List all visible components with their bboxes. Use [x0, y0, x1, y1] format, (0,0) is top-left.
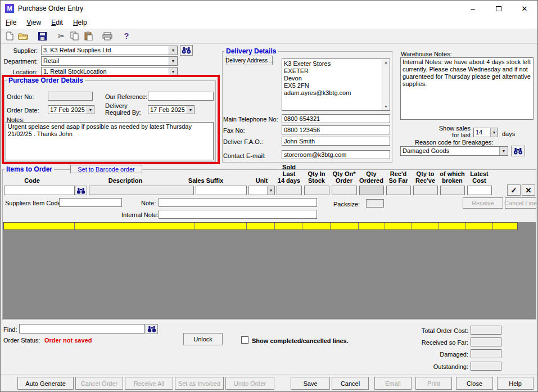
column-header-qty-to-recve: Qty toRec've: [412, 170, 438, 184]
scroll-up-icon[interactable]: ▲: [384, 59, 388, 66]
location-dropdown-icon[interactable]: ▼: [169, 67, 177, 76]
order-no-field[interactable]: [48, 92, 93, 101]
delivery-required-picker[interactable]: 17 Feb 2025 ▼: [148, 105, 195, 114]
copy-icon: [70, 31, 79, 40]
our-reference-label: Our Reference:: [105, 93, 147, 100]
sales-suffix-field[interactable]: [196, 186, 247, 195]
delivery-required-label: Delivery Required By:: [105, 102, 141, 116]
show-sales-label: Show sales for last: [438, 125, 471, 138]
minimize-button[interactable]: –: [460, 1, 486, 16]
cut-button[interactable]: ✂: [55, 30, 68, 42]
receive-all-button[interactable]: Receive All: [125, 377, 173, 390]
location-label: Location:: [1, 69, 38, 75]
column-header-qty-on-order: Qty On*Order: [331, 170, 358, 184]
help-dialog-button[interactable]: Help: [497, 377, 534, 390]
order-date-picker[interactable]: 17 Feb 2025 ▼: [48, 105, 94, 114]
save-icon: [38, 32, 47, 40]
binoculars-icon: [147, 326, 156, 332]
cancel-order-button[interactable]: Cancel Order: [75, 377, 123, 390]
receive-button[interactable]: Receive: [463, 197, 503, 209]
print-button[interactable]: [101, 30, 114, 42]
breakage-reason-label: Reason code for Breakages:: [415, 139, 493, 146]
breakage-dropdown-icon[interactable]: ▼: [499, 147, 508, 155]
set-as-invoiced-button[interactable]: Set as Invoiced: [175, 377, 224, 390]
show-completed-checkbox[interactable]: [241, 336, 248, 344]
item-description-field[interactable]: [89, 186, 194, 195]
phone-field[interactable]: [282, 114, 390, 123]
grid-header-cell: [412, 223, 439, 229]
supplier-dropdown-icon[interactable]: ▼: [169, 46, 177, 55]
maximize-button[interactable]: [486, 1, 512, 16]
print-order-button[interactable]: Print: [415, 377, 452, 390]
suppliers-item-code-field[interactable]: [59, 198, 122, 207]
scroll-down-icon[interactable]: ▼: [384, 103, 388, 110]
confirm-line-button[interactable]: ✓: [507, 184, 521, 196]
close-button[interactable]: ✕: [512, 1, 537, 16]
order-date-dropdown-icon[interactable]: ▼: [87, 106, 94, 114]
find-input[interactable]: [19, 324, 145, 334]
new-document-button[interactable]: [3, 30, 16, 42]
barcode-order-button[interactable]: Set to Barcode order: [70, 165, 142, 173]
cancel-line-button[interactable]: Cancel Line: [505, 197, 536, 209]
save-button[interactable]: [35, 30, 49, 42]
help-button[interactable]: ?: [120, 30, 133, 42]
save-order-button[interactable]: Save: [291, 377, 330, 390]
fax-field[interactable]: [282, 125, 390, 134]
unit-combobox[interactable]: ▼: [248, 186, 275, 195]
delivery-address-box[interactable]: K3 Exeter Stores EXETER Devon EX5 2FN ad…: [282, 58, 390, 111]
internal-note-field[interactable]: [159, 210, 317, 219]
menu-view[interactable]: View: [21, 16, 46, 29]
auto-generate-button[interactable]: Auto Generate: [17, 377, 74, 390]
breakage-search-button[interactable]: [511, 146, 525, 156]
supplier-combobox[interactable]: 3. K3 Retail Supplies Ltd. ▼: [41, 46, 178, 55]
copy-button[interactable]: [68, 30, 82, 42]
supplier-search-button[interactable]: [180, 45, 193, 56]
sold-last-field: [277, 186, 302, 195]
open-folder-button[interactable]: [16, 30, 30, 42]
address-scrollbar[interactable]: ▲ ▼: [382, 59, 390, 110]
unit-dropdown-icon[interactable]: ▼: [267, 186, 274, 195]
grid-header-cell: [466, 223, 493, 229]
contact-email-field[interactable]: [282, 150, 390, 159]
grid-header-cell: [75, 223, 195, 229]
order-date-label: Order Date:: [7, 107, 39, 114]
close-window-button[interactable]: Close: [456, 377, 493, 390]
column-header-unit: Unit: [248, 170, 275, 184]
column-header-sold-last: Sold Last14 days: [275, 170, 302, 184]
location-combobox[interactable]: 1. Retail StockLocation ▼: [41, 67, 178, 76]
unlock-button[interactable]: Unlock: [183, 333, 223, 345]
suppliers-item-code-label: Suppliers Item Code:: [5, 200, 63, 206]
note-field[interactable]: [159, 198, 317, 207]
warehouse-notes-box[interactable]: Internal Notes: we have about 4 days sto…: [400, 57, 534, 120]
bottom-divider: [1, 374, 538, 375]
department-dropdown-icon[interactable]: ▼: [169, 57, 177, 65]
qty-ordered-field[interactable]: [359, 186, 384, 195]
paste-button[interactable]: [82, 30, 95, 42]
notes-textarea[interactable]: Urgent spelase send asap if possible as …: [6, 122, 214, 160]
menu-help[interactable]: Help: [68, 16, 92, 29]
cancel-entry-button[interactable]: ✕: [522, 184, 535, 196]
our-reference-field[interactable]: [148, 92, 214, 101]
email-button[interactable]: Email: [374, 377, 412, 390]
order-lines-grid[interactable]: [3, 222, 536, 319]
latest-cost-field[interactable]: [467, 186, 492, 195]
minimize-icon: –: [471, 4, 474, 13]
find-search-button[interactable]: [146, 324, 158, 334]
qty-in-stock-field: [304, 186, 329, 195]
delivery-address-button[interactable]: Delivery Address ...: [227, 56, 273, 65]
department-combobox[interactable]: Retail ▼: [41, 56, 178, 66]
fao-field[interactable]: [282, 137, 390, 146]
undo-order-button[interactable]: Undo Order: [225, 377, 274, 390]
cancel-button[interactable]: Cancel: [332, 377, 369, 390]
show-sales-combobox[interactable]: 14 ▼: [473, 128, 498, 137]
qty-on-order-field: [332, 186, 357, 195]
breakage-reason-combobox[interactable]: Damaged Goods ▼: [400, 146, 508, 156]
item-code-field[interactable]: [4, 186, 75, 195]
menu-file[interactable]: File: [1, 16, 21, 29]
menu-edit[interactable]: Edit: [46, 16, 68, 29]
recd-so-far-field: [386, 186, 411, 195]
show-sales-dropdown-icon[interactable]: ▼: [490, 128, 498, 137]
delivery-required-dropdown-icon[interactable]: ▼: [187, 106, 194, 114]
binoculars-icon: [513, 147, 523, 155]
item-code-search-button[interactable]: [75, 186, 87, 195]
